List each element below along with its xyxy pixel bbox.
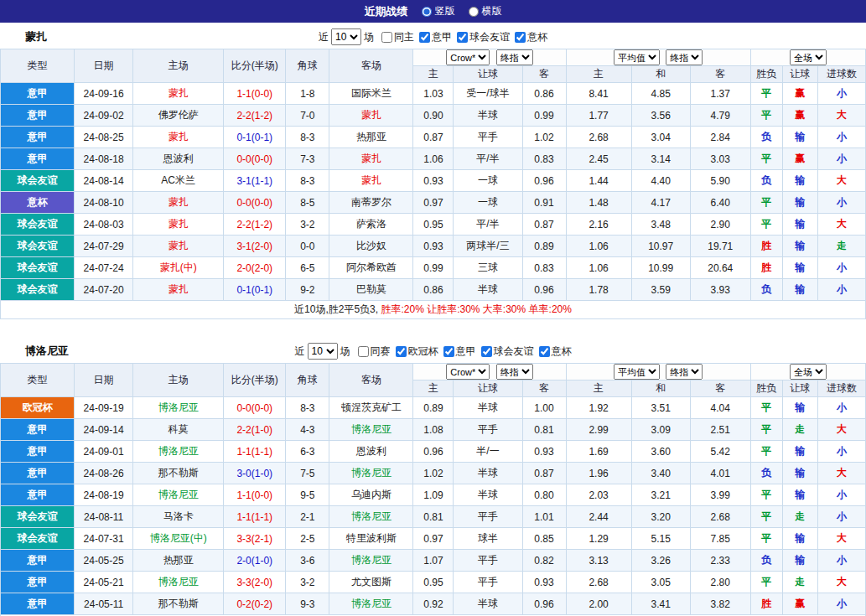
avg-odds-draw: 3.05 [631, 572, 690, 593]
filter-checkbox-意甲[interactable]: 意甲 [419, 30, 452, 44]
handicap-odds-home: 0.93 [413, 236, 454, 257]
match-score: 2-2(1-0) [224, 419, 286, 441]
avg-odds-draw: 3.59 [631, 279, 690, 301]
match-type-badge: 意甲 [1, 83, 75, 105]
filter-checkbox-球会友谊[interactable]: 球会友谊 [457, 30, 510, 44]
col-result-goals: 进球数 [817, 66, 865, 83]
away-team-name: 蒙扎 [329, 105, 413, 127]
match-row: 意甲24-05-25热那亚2-0(1-0)3-6博洛尼亚1.07平手0.823.… [1, 550, 866, 572]
odds-source-select[interactable]: Crow* [446, 49, 490, 65]
match-type-badge: 意甲 [1, 148, 75, 170]
filter-checkbox-意甲[interactable]: 意甲 [443, 344, 476, 359]
col-odds-away: 客 [522, 380, 566, 397]
handicap-odds-home: 0.87 [413, 127, 454, 148]
odds-source-select[interactable]: Crow* [446, 364, 490, 380]
avg-odds-home: 2.44 [566, 506, 631, 528]
handicap-odds-home: 0.97 [413, 192, 454, 214]
filter-checkbox-球会友谊[interactable]: 球会友谊 [481, 344, 534, 359]
avg-source-select[interactable]: 平均值 [614, 49, 660, 65]
handicap-odds-home: 0.97 [413, 528, 454, 550]
team-section-bologna: 博洛尼亚 近 10 场 同赛欧冠杯意甲球会友谊意杯 类型 日期 主场 比分(半场… [0, 339, 866, 616]
odds-stage-select[interactable]: 终指 [496, 364, 533, 380]
home-team-name: 蒙扎 [133, 236, 224, 257]
checkbox-label: 球会友谊 [494, 344, 534, 359]
avg-odds-draw: 3.41 [631, 593, 690, 615]
handicap-line: 半球 [454, 397, 522, 419]
checkbox-input[interactable] [515, 32, 526, 43]
col-type: 类型 [1, 364, 75, 397]
handicap-odds-away: 0.83 [522, 257, 566, 279]
layout-mode-vertical[interactable]: 竖版 [422, 4, 455, 18]
match-count-select[interactable]: 10 [308, 343, 338, 360]
match-row: 意甲24-08-25蒙扎0-1(0-1)8-3热那亚0.87平手1.022.68… [1, 127, 866, 148]
match-row: 球会友谊24-08-03蒙扎2-2(1-2)3-2萨索洛0.95平/半0.872… [1, 214, 866, 236]
checkbox-input[interactable] [539, 346, 550, 357]
checkbox-input[interactable] [419, 32, 430, 43]
result-wdl: 平 [750, 397, 782, 419]
avg-odds-draw: 4.40 [631, 170, 690, 192]
match-type-badge: 意甲 [1, 105, 75, 127]
match-score: 0-2(0-2) [224, 593, 286, 615]
avg-odds-home: 1.48 [566, 192, 631, 214]
match-count-select[interactable]: 10 [331, 28, 361, 45]
result-handicap: 输 [782, 192, 817, 214]
match-row: 欧冠杯24-09-19博洛尼亚0-0(0-0)8-3顿涅茨克矿工0.89半球1.… [1, 397, 866, 419]
result-wdl: 平 [750, 572, 782, 593]
filter-checkbox-同赛[interactable]: 同赛 [358, 344, 391, 359]
handicap-odds-away: 0.87 [522, 463, 566, 484]
match-type-badge: 意甲 [1, 463, 75, 484]
home-team-name: 热那亚 [133, 550, 224, 572]
home-team-name: 蒙扎 [133, 279, 224, 301]
odds-stage-select[interactable]: 终指 [496, 49, 533, 65]
handicap-odds-home: 0.92 [413, 593, 454, 615]
avg-odds-home: 2.68 [566, 127, 631, 148]
match-row: 意甲24-08-26那不勒斯3-0(1-0)7-5博洛尼亚1.02半球0.871… [1, 463, 866, 484]
horizontal-radio[interactable] [469, 7, 479, 17]
away-team-name: 乌迪内斯 [329, 484, 413, 506]
checkbox-input[interactable] [358, 346, 369, 357]
home-team-name: 那不勒斯 [133, 463, 224, 484]
handicap-line: 三球 [454, 257, 522, 279]
checkbox-label: 球会友谊 [469, 30, 510, 44]
layout-mode-horizontal[interactable]: 横版 [469, 4, 502, 18]
away-team-name: 萨索洛 [329, 214, 413, 236]
result-goals: 小 [817, 397, 865, 419]
col-result-handicap: 让球 [782, 66, 817, 83]
checkbox-input[interactable] [381, 32, 392, 43]
scope-select[interactable]: 全场 [790, 364, 827, 380]
filter-checkbox-意杯[interactable]: 意杯 [515, 30, 547, 44]
filter-checkbox-意杯[interactable]: 意杯 [539, 344, 572, 359]
vertical-radio[interactable] [422, 7, 432, 17]
col-odds-home: 主 [413, 380, 454, 397]
match-row: 意甲24-09-16蒙扎1-1(0-0)1-8国际米兰1.03受一/球半0.86… [1, 83, 866, 105]
corner-score: 3-2 [286, 572, 329, 593]
home-team-name: 博洛尼亚 [133, 484, 224, 506]
checkbox-input[interactable] [396, 346, 407, 357]
handicap-line: 平手 [454, 127, 522, 148]
home-team-name: 恩波利 [133, 148, 224, 170]
corner-score: 3-6 [286, 550, 329, 572]
checkbox-input[interactable] [481, 346, 492, 357]
checkbox-input[interactable] [457, 32, 468, 43]
result-goals: 小 [817, 593, 865, 615]
avg-stage-select[interactable]: 终指 [666, 49, 703, 65]
match-type-badge: 球会友谊 [1, 506, 75, 528]
result-handicap: 赢 [782, 83, 817, 105]
avg-stage-select[interactable]: 终指 [666, 364, 703, 380]
filter-checkbox-欧冠杯[interactable]: 欧冠杯 [396, 344, 438, 359]
col-type: 类型 [1, 49, 75, 83]
away-team-name: 巴勒莫 [329, 279, 413, 301]
handicap-odds-home: 1.09 [413, 484, 454, 506]
corner-score: 8-3 [286, 170, 329, 192]
filter-checkbox-同主[interactable]: 同主 [381, 30, 414, 44]
match-date: 24-08-26 [75, 463, 133, 484]
match-date: 24-05-21 [75, 572, 133, 593]
away-team-name: 阿尔希欧酋 [329, 257, 413, 279]
avg-odds-away: 6.40 [690, 192, 750, 214]
checkbox-input[interactable] [443, 346, 454, 357]
avg-source-select[interactable]: 平均值 [614, 364, 660, 380]
corner-score: 7-3 [286, 148, 329, 170]
result-wdl: 平 [750, 105, 782, 127]
scope-select[interactable]: 全场 [790, 49, 827, 65]
match-score: 0-1(0-1) [224, 279, 286, 301]
